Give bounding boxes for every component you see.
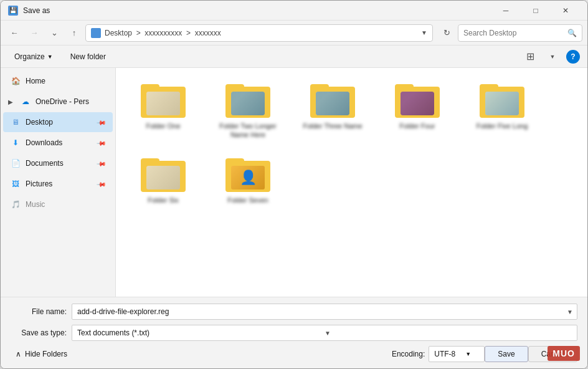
encoding-select[interactable]: UTF-8 ▼ [429,346,485,362]
encoding-dropdown-arrow: ▼ [465,351,471,357]
dialog-icon: 💾 [8,6,18,16]
sidebar-music-label: Music [26,200,105,209]
sidebar-item-desktop[interactable]: 🖥 Desktop 📌 [3,112,113,132]
refresh-button[interactable]: ↻ [438,24,455,42]
filename-input[interactable] [77,307,572,316]
bottom-area: File name: ▼ Save as type: Text document… [1,297,587,368]
organize-label: Organize [14,52,45,61]
maximize-button[interactable]: □ [521,1,550,21]
window-controls: ─ □ ✕ [491,1,580,21]
sidebar-item-music[interactable]: 🎵 Music [3,194,113,214]
savetype-row: Save as type: Text documents (*.txt) ▼ [11,325,577,341]
sidebar-desktop-label: Desktop [26,118,93,127]
minimize-button[interactable]: ─ [491,1,520,21]
dialog-title: Save as [23,6,491,15]
savetype-dropdown-arrow: ▼ [325,330,572,337]
file-name: Folder Three Name [303,122,362,130]
encoding-group: Encoding: UTF-8 ▼ [392,346,485,362]
music-icon: 🎵 [11,199,21,209]
search-bar[interactable]: 🔍 [458,24,582,42]
desktop-icon: 🖥 [11,117,21,127]
file-item[interactable]: Folder Three Name [295,78,370,142]
sidebar-item-downloads[interactable]: ⬇ Downloads 📌 [3,133,113,153]
folder-icon [480,80,524,118]
watermark: MUO [548,346,580,361]
file-view[interactable]: Folder One Folder Two Longer Name Here [116,68,587,297]
address-text: Desktop > xxxxxxxxxx > xxxxxxx [105,29,417,37]
file-item[interactable]: Folder Two Longer Name Here [211,78,285,142]
folder-icon [141,80,186,118]
bottom-row: ∧ Hide Folders Encoding: UTF-8 ▼ Save Ca… [11,346,577,362]
file-item[interactable]: Folder Four [380,78,455,142]
file-item[interactable]: Folder One [126,78,201,142]
savetype-value: Text documents (*.txt) [77,328,325,337]
organize-button[interactable]: Organize ▼ [8,49,59,64]
organize-dropdown-icon: ▼ [47,54,53,60]
address-folder-icon [91,28,101,38]
file-name: Folder One [146,122,180,130]
file-name: Folder Seven [227,196,268,204]
documents-icon: 📄 [11,158,21,168]
savetype-label: Save as type: [11,328,67,337]
new-folder-label: New folder [70,52,106,61]
encoding-label: Encoding: [392,350,425,358]
downloads-pin-icon: 📌 [97,138,107,148]
folder-icon [310,80,355,118]
onedrive-icon: ☁ [21,97,31,107]
sidebar-downloads-label: Downloads [26,138,93,147]
hide-folders-label: Hide Folders [25,350,67,358]
filename-input-container[interactable]: ▼ [72,304,577,320]
file-item[interactable]: 👤 Folder Seven [211,152,285,207]
savetype-select[interactable]: Text documents (*.txt) ▼ [72,325,577,341]
recent-locations-button[interactable]: ⌄ [45,24,63,42]
new-folder-button[interactable]: New folder [64,49,112,64]
address-bar[interactable]: Desktop > xxxxxxxxxx > xxxxxxx ▼ [85,24,433,42]
search-icon: 🔍 [567,29,577,37]
hide-folders-icon: ∧ [16,350,21,358]
file-name: Folder Two Longer Name Here [214,122,282,140]
filename-label: File name: [11,307,67,316]
documents-pin-icon: 📌 [97,158,107,168]
sidebar: 🏠 Home ▶ ☁ OneDrive - Pers 🖥 Desktop 📌 ⬇… [1,68,116,297]
close-button[interactable]: ✕ [551,1,580,21]
file-item[interactable]: Folder Six [126,152,201,207]
desktop-pin-icon: 📌 [97,117,107,127]
view-dropdown-button[interactable]: ▼ [544,49,561,64]
address-dropdown-arrow[interactable]: ▼ [421,29,427,36]
sidebar-documents-label: Documents [26,159,93,168]
help-button[interactable]: ? [566,50,580,64]
toolbar: Organize ▼ New folder ⊞ ▼ ? [1,46,587,68]
file-name: Folder Six [148,196,179,204]
file-grid: Folder One Folder Two Longer Name Here [126,78,577,207]
hide-folders-button[interactable]: ∧ Hide Folders [11,347,72,361]
save-button[interactable]: Save [485,346,528,362]
folder-icon: 👤 [225,155,270,192]
search-input[interactable] [463,29,564,37]
sidebar-item-onedrive[interactable]: ▶ ☁ OneDrive - Pers [3,92,113,112]
title-bar: 💾 Save as ─ □ ✕ [1,1,587,21]
pictures-icon: 🖼 [11,179,21,189]
sidebar-item-home[interactable]: 🏠 Home [3,71,113,91]
encoding-value: UTF-8 [434,350,455,358]
navigation-bar: ← → ⌄ ↑ Desktop > xxxxxxxxxx > xxxxxxx ▼… [1,21,587,46]
file-item[interactable]: Folder Five Long [465,78,539,142]
file-name: Folder Five Long [477,122,528,130]
sidebar-item-pictures[interactable]: 🖼 Pictures 📌 [3,174,113,194]
back-button[interactable]: ← [6,24,23,42]
sidebar-item-documents[interactable]: 📄 Documents 📌 [3,153,113,173]
main-content: 🏠 Home ▶ ☁ OneDrive - Pers 🖥 Desktop 📌 ⬇… [1,68,587,297]
folder-icon [395,80,440,118]
home-icon: 🏠 [11,76,21,86]
sidebar-pictures-label: Pictures [26,180,93,188]
file-name: Folder Four [400,122,435,130]
sidebar-onedrive-label: OneDrive - Pers [36,97,105,106]
downloads-icon: ⬇ [11,138,21,148]
view-button[interactable]: ⊞ [521,49,539,64]
forward-button[interactable]: → [26,24,43,42]
up-button[interactable]: ↑ [65,24,83,42]
folder-icon [141,155,186,192]
expand-arrow-icon: ▶ [6,97,16,107]
folder-icon [225,80,270,118]
sidebar-home-label: Home [26,77,105,85]
filename-dropdown-arrow[interactable]: ▼ [567,309,573,315]
